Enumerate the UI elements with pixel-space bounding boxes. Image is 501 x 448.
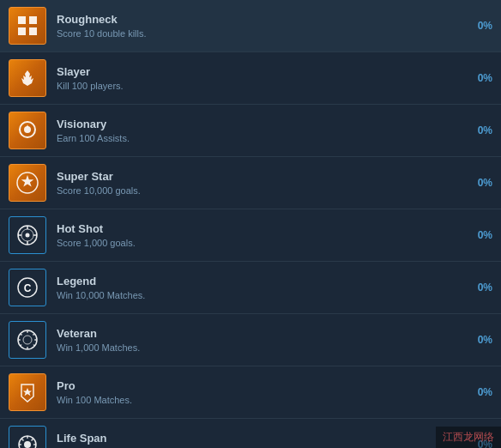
achievement-item-superstar: Super Star Score 10,000 goals. 0% xyxy=(0,157,501,209)
achievement-item-pro: Pro Win 100 Matches. 0% xyxy=(0,366,501,419)
achievement-item-lifespan: Life Span Reach account level 1,000. 0% xyxy=(0,419,501,448)
achievement-name: Roughneck xyxy=(57,13,469,26)
achievement-name: Visionary xyxy=(57,118,469,130)
achievement-name: Pro xyxy=(57,379,469,392)
achievement-name: Hot Shot xyxy=(57,222,469,235)
achievement-text-pro: Pro Win 100 Matches. xyxy=(57,379,469,405)
achievement-desc: Kill 100 players. xyxy=(57,81,469,91)
achievement-icon-superstar xyxy=(9,164,46,202)
svg-rect-3 xyxy=(29,27,37,35)
achievement-item-legend: C Legend Win 10,000 Matches. 0% xyxy=(0,262,501,314)
achievement-desc: Earn 100 Assists. xyxy=(57,133,469,143)
achievement-icon-legend: C xyxy=(9,269,46,306)
achievement-name: Veteran xyxy=(57,327,469,340)
achievement-name: Super Star xyxy=(57,170,469,183)
achievement-desc: Win 100 Matches. xyxy=(57,395,469,405)
achievement-progress: 0% xyxy=(478,334,492,346)
achievement-desc: Win 1,000 Matches. xyxy=(57,342,469,353)
achievement-progress: 0% xyxy=(478,229,492,241)
svg-rect-0 xyxy=(18,16,26,24)
achievement-item-roughneck: Roughneck Score 10 double kills. 0% xyxy=(0,0,501,52)
achievement-progress: 0% xyxy=(478,72,492,84)
achievement-text-legend: Legend Win 10,000 Matches. xyxy=(57,275,469,300)
achievement-name: Slayer xyxy=(57,65,469,78)
achievement-progress: 0% xyxy=(478,386,492,398)
svg-point-18 xyxy=(24,441,31,448)
svg-point-12 xyxy=(26,233,30,238)
achievement-icon-lifespan xyxy=(9,426,46,448)
achievement-progress: 0% xyxy=(478,20,492,32)
svg-point-4 xyxy=(24,126,31,133)
achievement-icon-veteran xyxy=(9,321,46,359)
achievement-name: Legend xyxy=(57,275,469,288)
svg-point-16 xyxy=(23,336,32,344)
achievement-text-roughneck: Roughneck Score 10 double kills. xyxy=(57,13,469,39)
achievement-progress: 0% xyxy=(478,177,492,189)
achievement-desc: Win 10,000 Matches. xyxy=(57,290,469,300)
achievement-text-visionary: Visionary Earn 100 Assists. xyxy=(57,118,469,143)
achievement-icon-visionary xyxy=(9,112,46,149)
achievement-item-slayer: Slayer Kill 100 players. 0% xyxy=(0,52,501,105)
achievement-icon-roughneck xyxy=(9,7,46,45)
achievement-text-veteran: Veteran Win 1,000 Matches. xyxy=(57,327,469,353)
svg-point-15 xyxy=(18,330,37,349)
achievement-progress: 0% xyxy=(478,282,492,294)
achievement-text-lifespan: Life Span Reach account level 1,000. xyxy=(57,432,469,448)
achievement-name: Life Span xyxy=(57,432,469,445)
svg-rect-1 xyxy=(29,16,37,24)
watermark: 江西龙网络 xyxy=(436,427,501,448)
achievement-text-hotshot: Hot Shot Score 1,000 goals. xyxy=(57,222,469,248)
achievement-icon-pro xyxy=(9,373,46,411)
achievement-item-visionary: Visionary Earn 100 Assists. 0% xyxy=(0,105,501,157)
achievement-list[interactable]: Roughneck Score 10 double kills. 0% Slay… xyxy=(0,0,501,448)
svg-text:C: C xyxy=(24,282,32,294)
achievement-icon-hotshot xyxy=(9,216,46,254)
achievement-desc: Score 1,000 goals. xyxy=(57,238,469,248)
achievement-desc: Score 10,000 goals. xyxy=(57,185,469,196)
achievement-progress: 0% xyxy=(478,124,492,136)
achievement-text-slayer: Slayer Kill 100 players. xyxy=(57,65,469,91)
achievement-desc: Score 10 double kills. xyxy=(57,28,469,39)
achievement-item-veteran: Veteran Win 1,000 Matches. 0% xyxy=(0,314,501,366)
achievement-text-superstar: Super Star Score 10,000 goals. xyxy=(57,170,469,196)
achievement-icon-slayer xyxy=(9,59,46,97)
svg-rect-2 xyxy=(18,27,26,35)
achievement-item-hotshot: Hot Shot Score 1,000 goals. 0% xyxy=(0,209,501,262)
